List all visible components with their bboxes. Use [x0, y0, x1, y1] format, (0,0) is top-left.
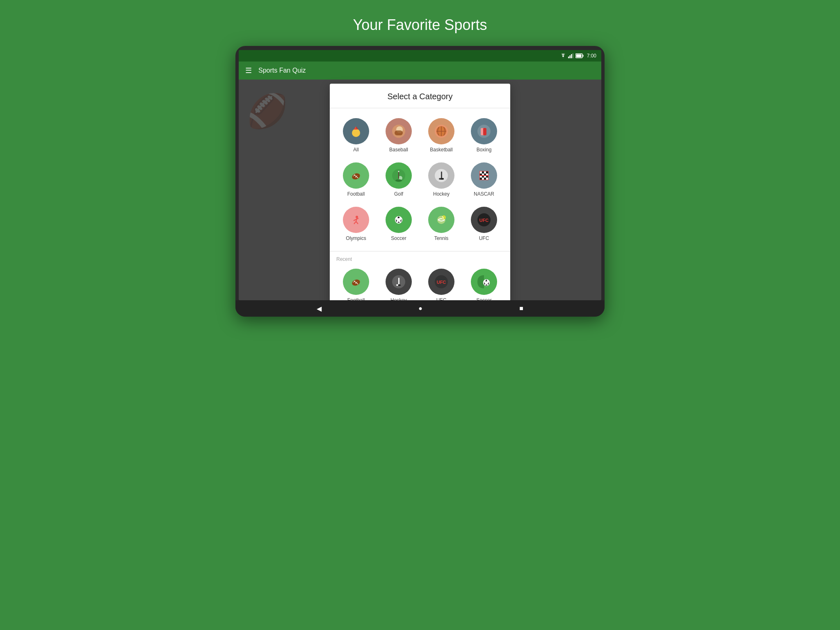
svg-rect-5	[582, 55, 583, 57]
category-football-label: Football	[347, 191, 365, 197]
category-ufc-label: UFC	[479, 235, 489, 241]
category-olympics-label: Olympics	[346, 235, 366, 241]
signal-icon	[568, 53, 574, 58]
svg-point-70	[442, 215, 446, 219]
recent-ufc-icon: UFC	[428, 269, 454, 295]
recent-section: Recent	[330, 251, 510, 265]
categories-grid: All Baseball	[330, 108, 510, 251]
recent-ufc[interactable]: UFC UFC	[422, 265, 461, 300]
category-soccer-icon	[386, 207, 412, 233]
category-boxing-icon	[471, 118, 497, 144]
category-baseball-label: Baseball	[389, 147, 408, 153]
category-all-label: All	[353, 147, 358, 153]
category-football[interactable]: Football	[336, 159, 376, 200]
category-ufc-icon: UFC	[471, 207, 497, 233]
app-bar: ☰ Sports Fan Quiz	[239, 62, 601, 80]
category-basketball[interactable]: Basketball	[422, 115, 461, 156]
recent-soccer[interactable]: Soccer	[464, 265, 504, 300]
category-baseball-icon	[386, 118, 412, 144]
svg-point-7	[352, 129, 360, 137]
svg-rect-79	[398, 278, 399, 285]
svg-rect-52	[486, 178, 488, 180]
svg-rect-37	[480, 171, 482, 173]
recent-ufc-label: UFC	[436, 297, 447, 300]
status-bar: 7:00	[239, 50, 601, 62]
recent-football[interactable]: Football	[336, 265, 376, 300]
svg-rect-38	[482, 171, 484, 173]
recent-hockey-icon	[386, 269, 412, 295]
tablet-screen: 7:00 ☰ Sports Fan Quiz 🏈 Select a Catego…	[239, 50, 601, 300]
page-title: Your Favorite Sports	[0, 0, 840, 46]
svg-text:UFC: UFC	[437, 280, 446, 285]
svg-rect-20	[483, 128, 486, 135]
svg-text:UFC: UFC	[479, 218, 489, 223]
category-tennis-label: Tennis	[434, 235, 449, 241]
category-nascar[interactable]: NASCAR	[464, 159, 504, 200]
svg-point-34	[441, 178, 444, 180]
svg-rect-3	[572, 53, 573, 58]
category-tennis[interactable]: Tennis	[422, 203, 461, 244]
recent-hockey[interactable]: Hockey	[379, 265, 418, 300]
app-bar-title: Sports Fan Quiz	[258, 67, 306, 74]
screen-content: 🏈 Select a Category	[239, 80, 601, 300]
svg-rect-19	[481, 128, 483, 135]
category-nascar-icon	[471, 162, 497, 189]
modal-title: Select a Category	[340, 92, 500, 101]
svg-rect-28	[398, 171, 399, 179]
svg-rect-49	[480, 178, 482, 180]
category-golf[interactable]: Golf	[379, 159, 418, 200]
category-all[interactable]: All	[336, 115, 376, 156]
category-ufc[interactable]: UFC UFC	[464, 203, 504, 244]
modal-header: Select a Category	[330, 84, 510, 108]
category-olympics[interactable]: Olympics	[336, 203, 376, 244]
svg-point-81	[398, 284, 401, 286]
home-button[interactable]: ●	[418, 305, 422, 312]
category-football-icon	[343, 162, 369, 189]
tablet-nav-bar: ◀ ● ■	[235, 300, 605, 317]
svg-rect-12	[395, 130, 403, 135]
wifi-icon	[560, 53, 566, 58]
back-button[interactable]: ◀	[317, 305, 322, 313]
tablet-frame: 7:00 ☰ Sports Fan Quiz 🏈 Select a Catego…	[235, 46, 605, 317]
category-modal: Select a Category	[330, 84, 510, 300]
recents-button[interactable]: ■	[519, 305, 523, 312]
svg-rect-0	[568, 57, 569, 58]
svg-rect-32	[441, 171, 442, 179]
category-nascar-label: NASCAR	[474, 191, 494, 197]
svg-rect-51	[484, 178, 486, 180]
svg-point-29	[398, 171, 399, 172]
category-boxing[interactable]: Boxing	[464, 115, 504, 156]
category-baseball[interactable]: Baseball	[379, 115, 418, 156]
category-basketball-label: Basketball	[430, 147, 452, 153]
recent-section-title: Recent	[336, 255, 504, 265]
svg-rect-40	[486, 171, 488, 173]
category-soccer-label: Soccer	[391, 235, 406, 241]
category-hockey-label: Hockey	[433, 191, 450, 197]
category-all-icon	[343, 118, 369, 144]
recent-soccer-label: Soccer	[476, 297, 491, 300]
svg-rect-2	[571, 54, 572, 58]
status-icons: 7:00	[560, 53, 596, 59]
battery-icon	[575, 53, 584, 58]
recent-football-label: Football	[347, 297, 365, 300]
time-display: 7:00	[587, 53, 596, 59]
recent-grid: Football	[330, 265, 510, 300]
svg-rect-50	[482, 178, 484, 180]
category-golf-icon	[386, 162, 412, 189]
recent-soccer-icon	[471, 269, 497, 295]
svg-rect-39	[484, 171, 486, 173]
svg-point-55	[356, 216, 358, 218]
category-boxing-label: Boxing	[477, 147, 492, 153]
recent-football-icon	[343, 269, 369, 295]
modal-overlay: Select a Category	[239, 80, 601, 300]
category-tennis-icon	[428, 207, 454, 233]
category-basketball-icon	[428, 118, 454, 144]
category-soccer[interactable]: Soccer	[379, 203, 418, 244]
hamburger-menu-icon[interactable]: ☰	[245, 66, 252, 75]
recent-hockey-label: Hockey	[390, 297, 407, 300]
category-hockey[interactable]: Hockey	[422, 159, 461, 200]
svg-rect-6	[576, 55, 581, 57]
category-golf-label: Golf	[394, 191, 403, 197]
svg-rect-1	[569, 55, 571, 58]
category-hockey-icon	[428, 162, 454, 189]
